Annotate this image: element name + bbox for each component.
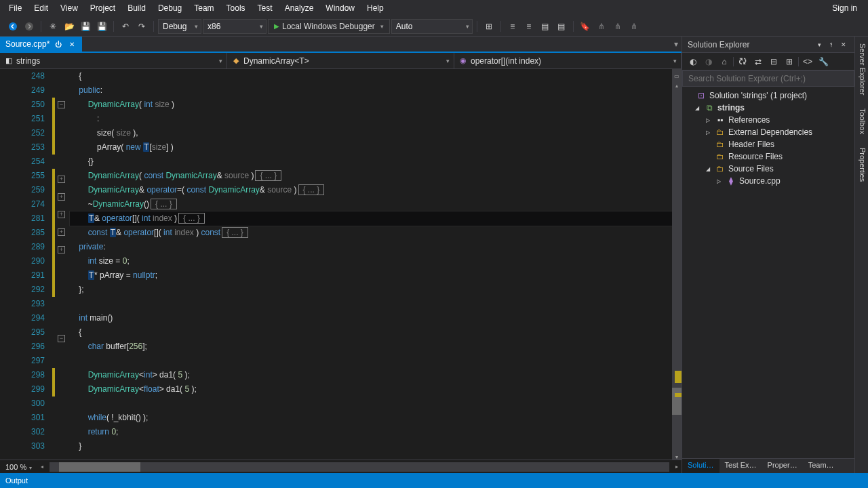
- code-line[interactable]: while( !_kbhit() );: [70, 411, 672, 425]
- redo-icon[interactable]: ↷: [134, 19, 149, 34]
- source-files-node[interactable]: ◢ 🗀 Source Files: [682, 163, 854, 175]
- expand-icon[interactable]: +: [58, 246, 65, 253]
- comment-icon[interactable]: ▤: [538, 19, 553, 34]
- menu-build[interactable]: Build: [121, 1, 152, 15]
- code-line[interactable]: DynamicArray<int> da1( 5 );: [70, 368, 672, 382]
- collapse-icon[interactable]: −: [58, 335, 65, 342]
- scroll-right-icon[interactable]: ▸: [672, 464, 682, 470]
- menu-window[interactable]: Window: [319, 1, 361, 15]
- menu-team[interactable]: Team: [188, 1, 220, 15]
- code-line[interactable]: size( size ),: [70, 126, 672, 140]
- search-input[interactable]: [682, 70, 854, 87]
- platform-combo[interactable]: x86: [203, 19, 267, 34]
- code-line[interactable]: pArray( new T[size] ): [70, 140, 672, 155]
- code-line[interactable]: }: [70, 439, 672, 453]
- start-debugging-button[interactable]: ▶Local Windows Debugger▾: [268, 19, 390, 34]
- tool-icon[interactable]: ⊞: [481, 19, 496, 34]
- source-file-item[interactable]: ▷ ⧫ Source.cpp: [682, 175, 854, 187]
- home-icon[interactable]: ⌂: [717, 55, 731, 68]
- tool-icon[interactable]: ⋔: [627, 19, 642, 34]
- back-icon[interactable]: ◐: [686, 55, 700, 68]
- sync-icon[interactable]: ⇄: [751, 55, 765, 68]
- menu-project[interactable]: Project: [84, 1, 121, 15]
- scroll-up-icon[interactable]: ▴: [672, 79, 682, 88]
- panel-tab[interactable]: Test Ex…: [719, 459, 762, 473]
- refresh-icon[interactable]: 🗘: [736, 55, 749, 68]
- forward-icon[interactable]: ◑: [702, 55, 715, 68]
- code-line[interactable]: DynamicArray<float> da1( 5 );: [70, 382, 672, 396]
- bookmark-icon[interactable]: 🔖: [578, 19, 593, 34]
- zoom-combo[interactable]: 100 %: [0, 463, 37, 471]
- menu-analyze[interactable]: Analyze: [279, 1, 320, 15]
- menu-edit[interactable]: Edit: [28, 1, 54, 15]
- code-line[interactable]: T& operator[]( int index ){ ... }: [70, 211, 672, 226]
- menu-debug[interactable]: Debug: [152, 1, 188, 15]
- indent-icon[interactable]: ≡: [505, 19, 520, 34]
- menu-tools[interactable]: Tools: [220, 1, 252, 15]
- code-line[interactable]: ~DynamicArray(){ ... }: [70, 197, 672, 211]
- scroll-left-icon[interactable]: ◂: [37, 464, 47, 470]
- save-icon[interactable]: 💾: [78, 19, 93, 34]
- collapse-icon[interactable]: ⊟: [767, 55, 781, 68]
- collapsed-panel-server-explorer[interactable]: Server Explorer: [855, 37, 868, 102]
- code-line[interactable]: int size = 0;: [70, 254, 672, 268]
- collapsed-panel-toolbox[interactable]: Toolbox: [855, 102, 868, 141]
- menu-test[interactable]: Test: [252, 1, 279, 15]
- pin-icon[interactable]: ⏻: [54, 39, 63, 49]
- code-line[interactable]: [70, 396, 672, 411]
- code-line[interactable]: DynamicArray( const DynamicArray& source…: [70, 169, 672, 183]
- code-line[interactable]: int main(): [70, 311, 672, 325]
- save-all-icon[interactable]: 💾: [94, 19, 109, 34]
- signin-link[interactable]: Sign in: [824, 1, 865, 15]
- nav-back-icon[interactable]: [5, 19, 20, 34]
- code-line[interactable]: {: [70, 69, 672, 83]
- horizontal-scrollbar[interactable]: [50, 462, 669, 472]
- resource-files-node[interactable]: 🗀 Resource Files: [682, 150, 854, 163]
- class-combo[interactable]: ◆ DynamicArray<T>: [227, 53, 454, 68]
- tab-sourcecpp[interactable]: Source.cpp* ⏻ ✕: [0, 37, 82, 52]
- code-line[interactable]: :: [70, 112, 672, 126]
- close-icon[interactable]: ✕: [838, 39, 849, 50]
- member-combo[interactable]: ◉ operator[](int index): [454, 53, 682, 68]
- collapsed-panel-properties[interactable]: Properties: [855, 141, 868, 188]
- expand-icon[interactable]: +: [58, 211, 65, 218]
- panel-menu-icon[interactable]: ▾: [814, 39, 825, 50]
- show-all-icon[interactable]: ⊞: [783, 55, 796, 68]
- indent-icon[interactable]: ≡: [521, 19, 536, 34]
- code-line[interactable]: char buffer[256];: [70, 340, 672, 354]
- code-area[interactable]: { public: DynamicArray( int size ) : siz…: [67, 69, 672, 460]
- new-project-icon[interactable]: ✳: [45, 19, 60, 34]
- config-combo[interactable]: Debug: [158, 19, 201, 34]
- collapse-icon[interactable]: −: [58, 101, 65, 108]
- code-line[interactable]: T* pArray = nullptr;: [70, 268, 672, 283]
- panel-tab[interactable]: Proper…: [762, 459, 803, 473]
- panel-tab[interactable]: Team…: [803, 459, 840, 473]
- code-line[interactable]: return 0;: [70, 425, 672, 439]
- menu-view[interactable]: View: [54, 1, 84, 15]
- scroll-down-icon[interactable]: ▾: [672, 450, 682, 460]
- code-line[interactable]: public:: [70, 83, 672, 98]
- menu-help[interactable]: Help: [361, 1, 390, 15]
- header-files-node[interactable]: 🗀 Header Files: [682, 138, 854, 150]
- uncomment-icon[interactable]: ▤: [554, 19, 569, 34]
- properties-icon[interactable]: 🔧: [816, 55, 830, 68]
- code-line[interactable]: const T& operator[]( int index ) const{ …: [70, 226, 672, 240]
- open-file-icon[interactable]: 📂: [62, 19, 77, 34]
- hscroll-thumb[interactable]: [59, 462, 140, 472]
- external-deps-node[interactable]: ▷ 🗀 External Dependencies: [682, 126, 854, 138]
- code-line[interactable]: [70, 354, 672, 368]
- code-line[interactable]: {: [70, 325, 672, 340]
- code-line[interactable]: };: [70, 283, 672, 297]
- undo-icon[interactable]: ↶: [118, 19, 133, 34]
- close-icon[interactable]: ✕: [67, 39, 77, 49]
- expand-icon[interactable]: +: [58, 176, 65, 183]
- scope-combo[interactable]: ◧ strings: [0, 53, 227, 68]
- tool-icon[interactable]: ⋔: [594, 19, 609, 34]
- tool-icon[interactable]: ⋔: [610, 19, 625, 34]
- project-node[interactable]: ◢ ⧉ strings: [682, 102, 854, 114]
- expand-icon[interactable]: +: [58, 193, 65, 201]
- code-editor[interactable]: 2482492502512522532542552592742812852892…: [0, 69, 682, 460]
- vertical-scrollbar[interactable]: ▭ ▴ ▾: [672, 69, 682, 460]
- expand-icon[interactable]: +: [58, 228, 65, 236]
- nav-forward-icon[interactable]: [22, 19, 37, 34]
